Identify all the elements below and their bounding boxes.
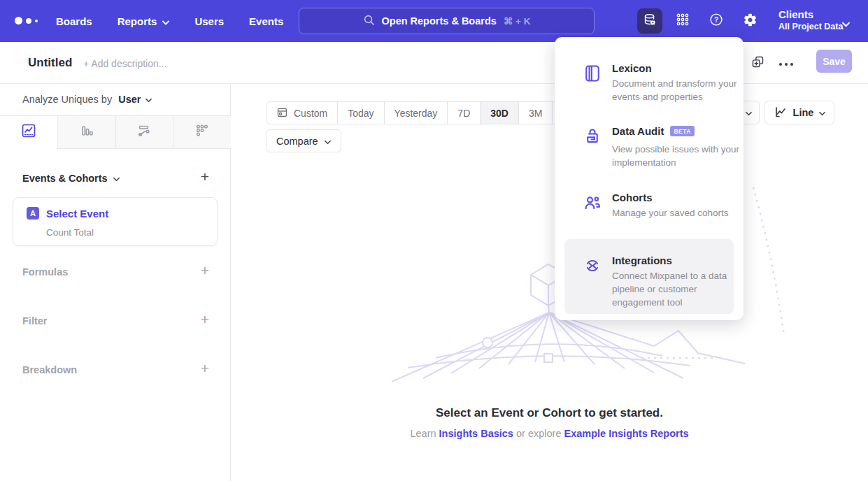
project-selector[interactable]: Clients All Project Data [778, 8, 843, 33]
chevron-down-icon [746, 111, 752, 116]
line-chart-icon [21, 123, 36, 141]
add-formula-button[interactable]: + [201, 265, 209, 276]
nav-links: Boards Reports Users Events [56, 0, 283, 42]
compare-dropdown[interactable]: Compare [266, 129, 341, 152]
tab-bar-chart[interactable] [57, 116, 115, 149]
search-shortcut: ⌘ + K [504, 15, 531, 27]
tab-metric-chart[interactable] [173, 116, 231, 149]
count-total-dropdown[interactable]: Count Total [46, 227, 94, 238]
data-management-button[interactable] [637, 8, 662, 34]
database-gear-icon [642, 12, 657, 30]
chevron-down-icon [325, 136, 331, 147]
date-range-control: Custom Today Yesterday 7D 30D 3M 6M [266, 101, 587, 124]
flow-chart-icon [136, 123, 152, 141]
empty-state-subtext: Learn Insights Basics or explore Example… [231, 428, 868, 439]
nav-item-users[interactable]: Users [194, 15, 224, 27]
add-breakdown-button[interactable]: + [201, 363, 209, 374]
analyze-value-dropdown[interactable]: User [118, 94, 152, 105]
line-chart-icon [774, 105, 788, 121]
event-card[interactable]: A Select Event Count Total [13, 197, 218, 246]
example-reports-link[interactable]: Example Insights Reports [564, 428, 688, 439]
date-range-custom[interactable]: Custom [266, 102, 337, 124]
report-canvas: Custom Today Yesterday 7D 30D 3M 6M Comp… [231, 84, 868, 481]
project-subtitle: All Project Data [778, 21, 843, 33]
add-event-button[interactable]: + [201, 171, 209, 182]
global-search-input[interactable]: Open Reports & Boards ⌘ + K [299, 8, 595, 34]
chart-type-tabs [0, 115, 231, 149]
mixpanel-logo[interactable] [15, 17, 38, 24]
chevron-down-icon [113, 173, 120, 184]
date-range-3m[interactable]: 3M [518, 102, 552, 124]
chevron-down-icon [842, 17, 850, 30]
ellipsis-icon [778, 57, 794, 69]
event-card-row: A Select Event [27, 207, 108, 220]
chevron-down-icon [162, 15, 169, 27]
lexicon-book-icon [583, 64, 602, 83]
search-icon [363, 14, 375, 29]
help-button[interactable]: ? [704, 8, 729, 34]
nav-item-events[interactable]: Events [249, 15, 283, 27]
settings-button[interactable] [737, 8, 762, 34]
apps-grid-button[interactable] [670, 8, 695, 34]
date-range-today[interactable]: Today [337, 102, 383, 124]
search-placeholder: Open Reports & Boards [382, 15, 497, 27]
analyze-label: Analyze Uniques by [22, 94, 112, 105]
copy-plus-icon [750, 55, 765, 72]
svg-text:?: ? [714, 16, 718, 24]
chevron-down-icon [819, 107, 825, 118]
menu-item-cohorts[interactable]: Cohorts Manage your saved cohorts [555, 192, 744, 220]
select-event-label[interactable]: Select Event [46, 208, 108, 220]
tab-line-chart[interactable] [0, 116, 57, 149]
breakdown-label: Breakdown [22, 364, 77, 375]
menu-item-data-audit[interactable]: Data AuditBETA View possible issues with… [555, 125, 744, 169]
events-cohorts-header[interactable]: Events & Cohorts [22, 173, 120, 184]
integrations-sync-icon [583, 256, 602, 275]
help-icon: ? [709, 12, 724, 30]
analyze-uniques-row: Analyze Uniques by User [22, 94, 152, 105]
chevron-down-icon [145, 94, 152, 105]
add-description-field[interactable]: + Add description... [83, 58, 166, 69]
report-title[interactable]: Untitled [28, 56, 72, 70]
filter-label: Filter [22, 315, 47, 326]
nav-item-reports[interactable]: Reports [118, 15, 170, 27]
menu-item-integrations[interactable]: Integrations Connect Mixpanel to a data … [564, 239, 734, 314]
top-navbar: Boards Reports Users Events Open Reports… [0, 0, 868, 42]
save-button[interactable]: Save [816, 50, 852, 73]
calendar-icon [276, 106, 288, 120]
menu-item-lexicon[interactable]: Lexicon Document and transform your even… [555, 62, 744, 103]
more-options-button[interactable] [778, 55, 795, 71]
date-range-7d[interactable]: 7D [447, 102, 480, 124]
tab-flow-chart[interactable] [115, 116, 173, 149]
apps-grid-icon [675, 12, 690, 30]
date-range-30d[interactable]: 30D [480, 102, 518, 124]
bar-chart-icon [79, 123, 94, 141]
settings-gear-icon [743, 13, 757, 30]
project-title: Clients [778, 8, 843, 21]
empty-state-heading: Select an Event or Cohort to get started… [231, 406, 868, 420]
query-sidebar: Analyze Uniques by User [0, 84, 231, 481]
beta-badge: BETA [670, 126, 695, 136]
chart-style-dropdown[interactable]: Line [764, 101, 834, 124]
data-audit-lock-icon [583, 127, 602, 146]
data-management-menu: Lexicon Document and transform your even… [555, 37, 744, 320]
add-filter-button[interactable]: + [201, 314, 209, 325]
metric-dots-icon [194, 123, 210, 141]
formulas-label: Formulas [22, 266, 68, 278]
cohorts-people-icon [583, 193, 602, 213]
nav-item-boards[interactable]: Boards [56, 15, 92, 27]
insights-basics-link[interactable]: Insights Basics [439, 428, 513, 439]
date-range-yesterday[interactable]: Yesterday [384, 102, 448, 124]
duplicate-button[interactable] [749, 55, 766, 71]
series-a-badge: A [27, 207, 39, 220]
